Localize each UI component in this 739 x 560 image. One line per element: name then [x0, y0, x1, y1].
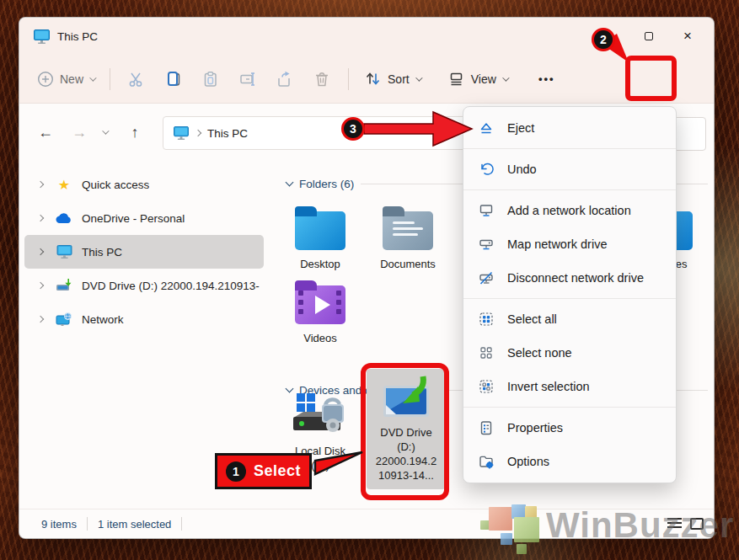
undo-icon: [478, 161, 495, 178]
folder-label: Videos: [280, 331, 361, 345]
sidebar-item-label: OneDrive - Personal: [82, 212, 185, 225]
options-icon: [478, 453, 495, 470]
thumbnail-view-toggle-icon[interactable]: [690, 518, 704, 530]
desktop-folder-icon: [295, 211, 345, 250]
sort-button[interactable]: Sort: [356, 65, 428, 93]
menu-item-options[interactable]: Options: [463, 445, 676, 478]
disconnect-network-drive-icon: [478, 269, 495, 286]
sidebar-item-dvd-drive[interactable]: DVD Drive (D:) 22000.194.210913-: [24, 269, 264, 302]
paste-button[interactable]: [195, 64, 227, 94]
menu-item-add-network-location[interactable]: Add a network location: [463, 194, 676, 227]
view-icon: [447, 70, 465, 88]
menu-item-select-all[interactable]: Select all: [463, 302, 676, 336]
new-button-label: New: [60, 72, 83, 86]
chevron-down-icon: [89, 74, 96, 81]
network-icon: [55, 312, 73, 327]
menu-item-invert-selection[interactable]: Invert selection: [463, 370, 676, 403]
view-button[interactable]: View: [440, 65, 515, 93]
expand-chevron-icon[interactable]: [33, 182, 48, 187]
properties-icon: [478, 419, 495, 436]
menu-item-disconnect-network-drive[interactable]: Disconnect network drive: [463, 261, 676, 295]
recent-locations-button[interactable]: [94, 120, 115, 145]
collapse-chevron-icon: [286, 179, 294, 187]
copy-button[interactable]: [158, 64, 190, 94]
annotation-box-dvd-drive: [361, 363, 449, 500]
back-button[interactable]: ←: [31, 118, 60, 147]
menu-item-label: Select none: [507, 346, 572, 360]
sidebar-item-this-pc[interactable]: This PC: [24, 235, 264, 269]
status-divider: [87, 517, 88, 531]
dvd-drive-icon: [55, 279, 73, 292]
selected-count: 1 item selected: [98, 518, 171, 531]
menu-item-select-none[interactable]: Select none: [463, 336, 676, 370]
breadcrumb-chevron-icon: [195, 130, 201, 136]
share-icon: [276, 70, 294, 88]
documents-folder-icon: [383, 211, 433, 250]
rename-button[interactable]: [232, 64, 264, 94]
folder-tile-documents[interactable]: Documents: [367, 205, 448, 271]
menu-item-eject[interactable]: Eject: [463, 111, 676, 145]
annotation-badge-3: 3: [341, 117, 365, 141]
folder-tile-videos[interactable]: Videos: [280, 279, 361, 345]
menu-item-label: Properties: [507, 421, 563, 435]
details-view-toggle-icon[interactable]: [667, 518, 682, 531]
menu-item-label: Disconnect network drive: [507, 271, 644, 285]
delete-button[interactable]: [306, 64, 338, 94]
menu-separator: [463, 189, 676, 190]
sort-button-label: Sort: [388, 72, 410, 86]
expand-chevron-icon[interactable]: [33, 249, 48, 254]
sidebar-item-label: DVD Drive (D:) 22000.194.210913-: [82, 280, 260, 292]
breadcrumb[interactable]: This PC: [207, 127, 248, 140]
menu-item-label: Add a network location: [507, 204, 631, 217]
paste-icon: [201, 70, 220, 88]
expand-chevron-icon[interactable]: [33, 216, 48, 221]
status-divider: [181, 517, 182, 531]
this-pc-icon: [34, 29, 50, 44]
cut-button[interactable]: [120, 64, 153, 94]
menu-item-undo[interactable]: Undo: [463, 152, 676, 186]
sidebar-item-onedrive[interactable]: OneDrive - Personal: [24, 201, 264, 235]
menu-separator: [463, 407, 676, 408]
annotation-select-text: Select: [254, 462, 301, 480]
menu-item-label: Select all: [507, 312, 557, 326]
share-button[interactable]: [269, 64, 301, 94]
forward-button[interactable]: →: [65, 118, 94, 147]
menu-item-label: Eject: [507, 121, 534, 135]
expand-chevron-icon[interactable]: [33, 317, 48, 322]
window-title: This PC: [57, 30, 98, 43]
view-button-label: View: [471, 72, 496, 86]
new-button[interactable]: New: [29, 66, 102, 93]
local-disk-icon: [292, 392, 349, 437]
annotation-badge-1: 1: [226, 461, 246, 482]
chevron-down-icon: [502, 74, 509, 81]
this-pc-icon: [55, 245, 73, 259]
expand-chevron-icon[interactable]: [33, 283, 48, 288]
select-all-icon: [478, 311, 495, 328]
see-more-button[interactable]: •••: [530, 72, 564, 85]
menu-item-properties[interactable]: Properties: [463, 411, 676, 445]
menu-item-label: Map network drive: [507, 237, 607, 251]
sidebar-item-quick-access[interactable]: ★ Quick access: [24, 168, 264, 201]
up-button[interactable]: ↑: [120, 118, 149, 147]
menu-separator: [463, 148, 676, 149]
close-button[interactable]: ×: [668, 21, 707, 51]
sidebar-item-label: Quick access: [82, 179, 149, 191]
menu-item-map-network-drive[interactable]: Map network drive: [463, 227, 676, 261]
desktop-background: { "titlebar": { "title": "This PC" }, "i…: [0, 0, 739, 560]
toolbar-divider: [348, 68, 349, 90]
invert-selection-icon: [478, 378, 495, 395]
menu-item-label: Invert selection: [507, 380, 590, 393]
folder-tile-desktop[interactable]: Desktop: [280, 205, 361, 271]
annotation-pointer-1: [312, 445, 366, 482]
videos-folder-icon: [295, 285, 345, 324]
this-pc-icon: [174, 126, 189, 140]
see-more-menu: Eject Undo Add a network location: [463, 106, 677, 483]
add-network-location-icon: [478, 202, 495, 219]
chevron-down-icon: [415, 74, 422, 81]
sidebar-item-label: Network: [82, 313, 124, 326]
trash-icon: [313, 70, 331, 88]
sidebar-item-network[interactable]: Network: [24, 302, 264, 336]
sort-icon: [364, 70, 382, 88]
menu-separator: [463, 298, 676, 299]
cut-icon: [127, 70, 146, 88]
